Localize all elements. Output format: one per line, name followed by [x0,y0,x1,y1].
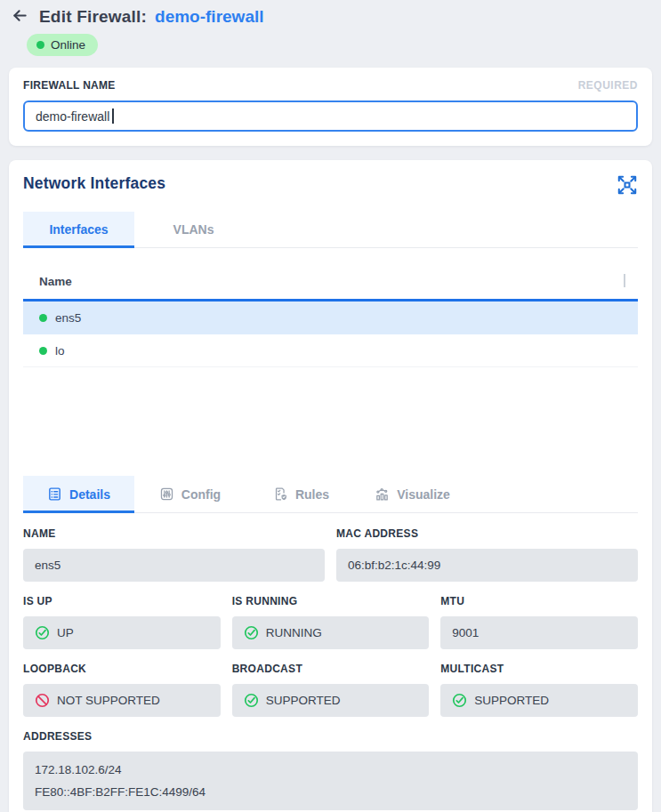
field-loopback-value: NOT SUPPORTED [23,684,221,717]
firewall-name-label: FIREWALL NAME [23,79,116,92]
interface-name: ens5 [55,311,81,325]
text-caret [112,109,114,124]
required-badge: REQUIRED [578,79,638,92]
interface-tabs: Interfaces VLANs [23,212,638,248]
table-row-lo[interactable]: lo [23,334,638,367]
field-mac-address: MAC ADDRESS 06:bf:b2:1c:44:99 [336,526,638,582]
table-row-ens5[interactable]: ens5 [23,301,638,334]
field-mtu-value: 9001 [440,616,638,649]
tab-visualize[interactable]: Visualize [357,476,468,513]
address-line: FE80::4BF:B2FF:FE1C:4499/64 [35,781,626,803]
network-interfaces-card: Network Interfaces Interfaces VLANs Name [9,160,652,812]
field-mac-address-value: 06:bf:b2:1c:44:99 [336,549,638,582]
prohibited-icon [35,693,50,708]
field-multicast-value: SUPPORTED [440,684,638,717]
interface-details: NAME ens5 MAC ADDRESS 06:bf:b2:1c:44:99 … [23,526,638,810]
status-label: Online [51,38,85,52]
field-is-up: IS UP UP [23,593,221,649]
firewall-name-title: demo-firewall [155,7,263,27]
arrow-left-icon [11,6,29,28]
rules-shield-icon [273,486,288,502]
interface-status-dot-icon [39,347,47,355]
sliders-icon [159,486,174,502]
field-broadcast: BROADCAST SUPPORTED [232,661,430,717]
tab-rules[interactable]: Rules [246,476,357,513]
back-button[interactable] [11,6,29,28]
field-broadcast-value: SUPPORTED [232,684,430,717]
field-addresses-value: 172.18.102.6/24 FE80::4BF:B2FF:FE1C:4499… [23,752,638,810]
field-is-running-value: RUNNING [232,616,430,649]
check-circle-icon [244,625,259,640]
interfaces-table: Name ens5 lo [23,267,638,476]
field-multicast: MULTICAST SUPPORTED [440,661,638,717]
firewall-name-card: FIREWALL NAME REQUIRED [9,68,652,146]
column-header-name[interactable]: Name [23,267,638,301]
field-addresses: ADDRESSES 172.18.102.6/24 FE80::4BF:B2FF… [23,728,638,810]
firewall-name-input[interactable] [23,100,638,132]
expand-button[interactable] [614,172,641,201]
chart-icon [375,486,390,502]
header: Edit Firewall: demo-firewall [9,4,652,28]
detail-tabs: Details Config [23,476,638,513]
check-circle-icon [244,693,259,708]
page: Edit Firewall: demo-firewall Online FIRE… [0,0,661,812]
field-loopback: LOOPBACK NOT SUPPORTED [23,661,221,717]
online-dot-icon [36,41,44,49]
field-name-value: ens5 [23,549,325,582]
status-badge: Online [27,34,98,56]
address-line: 172.18.102.6/24 [35,759,626,781]
expand-icon [616,173,639,199]
field-name: NAME ens5 [23,526,325,582]
interface-status-dot-icon [39,314,47,322]
tab-interfaces[interactable]: Interfaces [23,212,134,248]
page-title: Edit Firewall: [39,7,147,27]
card-title: Network Interfaces [23,174,638,193]
list-details-icon [47,486,62,502]
tab-config[interactable]: Config [134,476,246,513]
table-empty-space [23,367,638,476]
field-is-up-value: UP [23,616,221,649]
field-is-running: IS RUNNING RUNNING [232,593,430,649]
column-resize-handle[interactable] [624,274,625,287]
tab-vlans[interactable]: VLANs [134,212,253,248]
field-mtu: MTU 9001 [440,593,638,649]
interface-name: lo [55,344,65,358]
tab-details[interactable]: Details [23,476,134,513]
check-circle-icon [35,625,50,640]
check-circle-icon [452,693,467,708]
